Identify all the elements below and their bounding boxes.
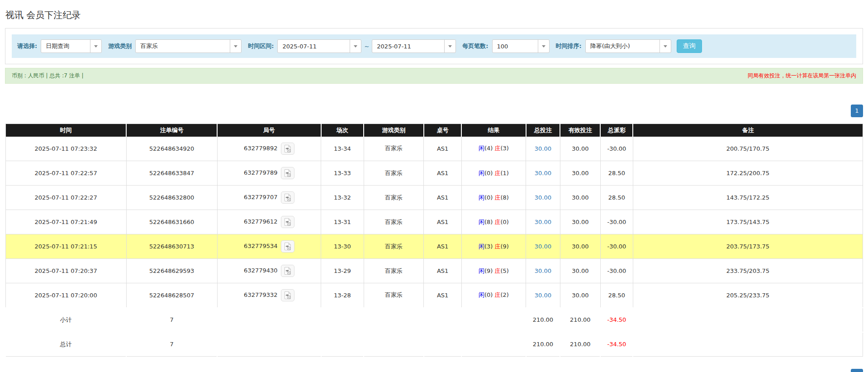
total-label: 总计: [5, 332, 126, 357]
query-type-select[interactable]: 日期查询: [41, 39, 102, 53]
cell-payout: 28.50: [600, 186, 633, 210]
game-type-select[interactable]: 百家乐: [135, 39, 242, 53]
cell-valid-bet: 30.00: [560, 234, 600, 259]
col-header-note: 备注: [633, 124, 863, 137]
cell-bet-id: 522648631660: [126, 210, 217, 234]
pagination-page-button-top[interactable]: 1: [851, 105, 863, 117]
total-bet-link[interactable]: 30.00: [535, 170, 551, 176]
result-banker: 庄: [494, 291, 500, 298]
col-header-game-type: 游戏类别: [364, 124, 424, 137]
page-size-select[interactable]: 100: [492, 39, 550, 53]
video-replay-button[interactable]: [281, 216, 294, 228]
cell-table-no: AS1: [424, 210, 461, 234]
total-bet-link[interactable]: 30.00: [535, 194, 551, 201]
pagination-bottom: 1: [5, 369, 863, 372]
chevron-down-icon: [659, 40, 671, 52]
cell-game-type: 百家乐: [364, 283, 424, 308]
cell-valid-bet: 30.00: [560, 259, 600, 283]
cell-total-bet: 30.00: [526, 259, 560, 283]
cell-total-bet: 30.00: [526, 137, 560, 161]
video-icon: [284, 144, 291, 153]
filter-bar: 请选择: 日期查询 游戏类别 百家乐 时间区间: 2025-07-11 ~ 20…: [12, 34, 856, 58]
cell-result: 闲(0) 庄(2): [461, 283, 526, 308]
cell-session: 13-32: [321, 186, 364, 210]
page-size-value: 100: [493, 40, 538, 52]
empty-cell: [424, 332, 461, 357]
page-size-label: 每页笔数:: [462, 42, 488, 50]
total-bet-link[interactable]: 30.00: [535, 292, 551, 299]
cell-valid-bet: 30.00: [560, 210, 600, 234]
cell-note: 143.75/172.25: [633, 186, 863, 210]
col-header-round: 局号: [217, 124, 321, 137]
table-row: 2025-07-11 07:22:57522648633847632779789…: [5, 161, 863, 186]
result-banker: 庄: [494, 145, 500, 152]
query-type-label: 请选择:: [17, 42, 37, 50]
cell-payout: 28.50: [600, 161, 633, 186]
pagination-page-button-bottom[interactable]: 1: [851, 369, 863, 372]
cell-round: 632779430: [217, 259, 321, 283]
cell-note: 233.75/203.75: [633, 259, 863, 283]
total-bet-link[interactable]: 30.00: [535, 145, 551, 152]
date-range-label: 时间区间:: [248, 42, 274, 50]
result-banker-score: (2): [500, 291, 508, 298]
empty-cell: [633, 332, 863, 357]
cell-total-bet: 30.00: [526, 186, 560, 210]
result-banker-score: (9): [500, 243, 508, 250]
video-replay-button[interactable]: [281, 265, 294, 277]
cell-result: 闲(3) 庄(9): [461, 234, 526, 259]
total-bet-link[interactable]: 30.00: [535, 267, 551, 274]
video-replay-button[interactable]: [281, 167, 294, 179]
date-from-select[interactable]: 2025-07-11: [277, 39, 361, 53]
cell-round: 632779707: [217, 186, 321, 210]
total-bet-link[interactable]: 30.00: [535, 243, 551, 250]
video-replay-button[interactable]: [281, 240, 294, 253]
search-button[interactable]: 查询: [677, 39, 702, 53]
cell-time: 2025-07-11 07:21:49: [5, 210, 126, 234]
cell-bet-id: 522648632800: [126, 186, 217, 210]
time-sort-select[interactable]: 降幂(由大到小): [585, 39, 671, 53]
subtotal-payout: -34.50: [600, 308, 633, 332]
date-to-value: 2025-07-11: [372, 40, 444, 52]
cell-total-bet: 30.00: [526, 283, 560, 308]
date-to-select[interactable]: 2025-07-11: [372, 39, 456, 53]
col-header-total-bet: 总投注: [526, 124, 560, 137]
col-header-bet-id: 注单编号: [126, 124, 217, 137]
table-row: 2025-07-11 07:20:00522648628507632779332…: [5, 283, 863, 308]
result-banker-score: (3): [500, 145, 508, 152]
table-row: 2025-07-11 07:20:37522648629593632779430…: [5, 259, 863, 283]
round-number: 632779789: [244, 169, 277, 176]
cell-session: 13-30: [321, 234, 364, 259]
betting-records-page: 视讯 会员下注纪录 请选择: 日期查询 游戏类别 百家乐 时间区间: 2025-…: [0, 9, 868, 372]
cell-time: 2025-07-11 07:20:37: [5, 259, 126, 283]
chevron-down-icon: [230, 40, 241, 52]
cell-round: 632779789: [217, 161, 321, 186]
filter-panel: 请选择: 日期查询 游戏类别 百家乐 时间区间: 2025-07-11 ~ 20…: [5, 28, 863, 64]
cell-note: 205.25/233.75: [633, 283, 863, 308]
cell-game-type: 百家乐: [364, 234, 424, 259]
total-bet-link[interactable]: 30.00: [535, 219, 551, 225]
result-player: 闲: [479, 170, 484, 176]
game-type-label: 游戏类别: [108, 42, 132, 50]
result-banker: 庄: [494, 194, 500, 201]
empty-cell: [217, 332, 321, 357]
bets-table: 时间注单编号局号场次游戏类别桌号结果总投注有效投注总派彩备注 2025-07-1…: [5, 124, 863, 357]
result-player-score: (9): [484, 267, 495, 274]
cell-note: 200.75/170.75: [633, 137, 863, 161]
cell-round: 632779332: [217, 283, 321, 308]
cell-valid-bet: 30.00: [560, 283, 600, 308]
cell-table-no: AS1: [424, 234, 461, 259]
pagination-top: 1: [5, 105, 863, 117]
cell-table-no: AS1: [424, 186, 461, 210]
video-icon: [284, 291, 291, 300]
video-replay-button[interactable]: [281, 143, 294, 155]
result-player: 闲: [479, 219, 484, 225]
cell-payout: -30.00: [600, 259, 633, 283]
cell-valid-bet: 30.00: [560, 161, 600, 186]
cell-bet-id: 522648633847: [126, 161, 217, 186]
round-number: 632779332: [244, 291, 277, 298]
col-header-payout: 总派彩: [600, 124, 633, 137]
chevron-down-icon: [350, 40, 361, 52]
result-banker-score: (8): [500, 194, 508, 201]
video-replay-button[interactable]: [281, 289, 294, 301]
video-replay-button[interactable]: [281, 191, 294, 204]
